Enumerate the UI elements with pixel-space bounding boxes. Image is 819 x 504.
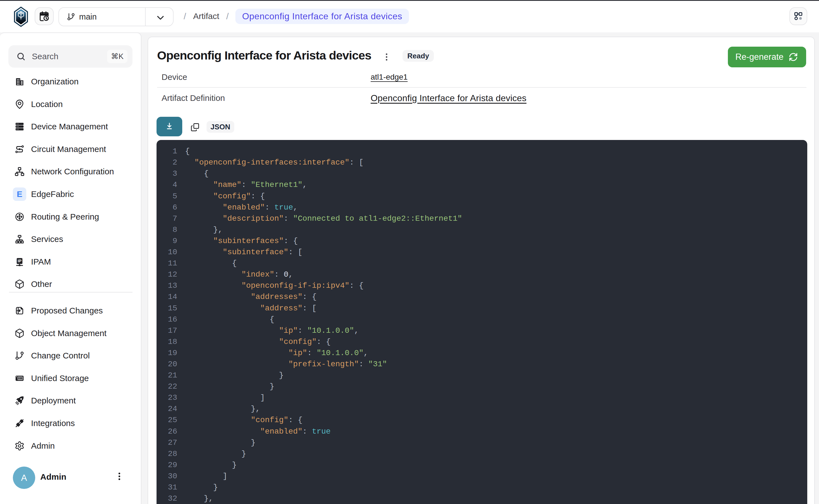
svg-text:IP: IP xyxy=(18,259,22,263)
